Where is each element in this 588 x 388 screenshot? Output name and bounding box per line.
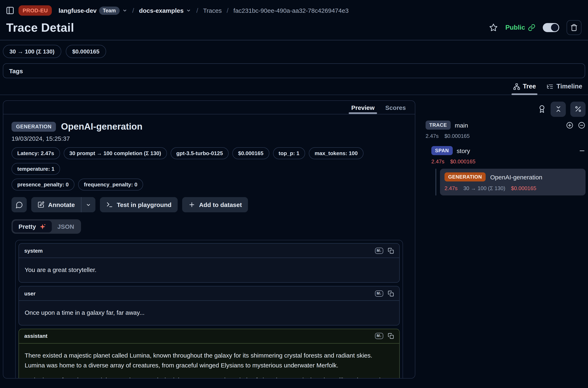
message-system: system M↓ You are a great storyteller. [19,243,400,283]
terminal-icon [106,201,113,208]
message-content: You are a great storyteller. [19,258,399,282]
fold-vertical-icon[interactable] [551,101,566,117]
tab-scores[interactable]: Scores [385,101,406,114]
public-link[interactable]: Public [505,24,535,31]
metadata-badge: Latency: 2.47s [12,147,60,159]
format-toggle: Pretty JSON [12,219,81,234]
environment-badge: PROD-EU [19,5,52,16]
award-icon[interactable] [538,105,546,113]
message-role: user [24,290,36,296]
breadcrumb-project[interactable]: docs-examples [139,7,191,14]
sidebar-panel-icon[interactable] [6,6,14,15]
percent-icon[interactable] [570,101,586,117]
chevron-down-icon[interactable] [186,8,191,13]
delete-trace-button[interactable] [567,20,581,35]
breadcrumb-trace-id: fac231bc-90ee-490a-aa32-78c4269474e3 [233,7,348,14]
tree-toolbar [426,101,586,117]
generation-tokens: 30 → 100 (Σ 130) [463,185,505,191]
trace-stats: 30 → 100 (Σ 130) $0.000165 [0,40,588,63]
markdown-toggle-icon[interactable]: M↓ [375,333,383,339]
trace-metrics: 2.47s $0.000165 [426,133,586,139]
assistant-paragraph: There existed a majestic planet called L… [25,351,393,370]
tree-node-generation-selected[interactable]: GENERATION OpenAI-generation 2.47s 30 → … [440,169,586,195]
edit-icon [37,201,45,208]
trace-badge: TRACE [426,121,451,130]
message-content: Once upon a time in a galaxy far, far aw… [19,301,399,325]
observation-title: OpenAI-generation [61,121,142,132]
annotate-button[interactable]: Annotate [31,197,81,213]
generation-latency: 2.47s [445,185,458,191]
token-usage-badge: 30 → 100 (Σ 130) [3,45,61,58]
tags-label: Tags [9,67,23,74]
add-to-dataset-button[interactable]: Add to dataset [182,197,248,213]
markdown-toggle-icon[interactable]: M↓ [375,290,383,296]
tab-preview[interactable]: Preview [351,101,374,114]
generation-cost: $0.000165 [511,185,536,191]
metadata-badge: top_p: 1 [273,147,305,159]
expand-all-icon[interactable] [566,121,574,129]
copy-icon[interactable] [388,290,394,296]
copy-icon[interactable] [388,333,394,339]
metadata-badge: frequency_penalty: 0 [78,179,143,191]
metadata-badge: 30 prompt → 100 completion (Σ 130) [64,147,167,159]
action-buttons: Annotate Test in playground Add to datas… [12,197,407,213]
annotate-dropdown-chevron[interactable] [81,197,95,213]
collapse-node-icon[interactable] [579,147,586,154]
generation-metrics: 2.47s 30 → 100 (Σ 130) $0.000165 [445,185,581,191]
plus-icon [188,201,195,208]
tags-box[interactable]: Tags [3,63,585,78]
message-content: There existed a majestic planet called L… [19,343,399,378]
trace-cost: $0.000165 [445,133,470,139]
markdown-toggle-icon[interactable]: M↓ [375,248,383,254]
breadcrumb-traces-link[interactable]: Traces [203,7,222,14]
metadata-badge: $0.000165 [232,147,269,159]
span-name: story [457,147,470,154]
message-user: user M↓ Once upon a time in a galaxy far… [19,286,400,325]
breadcrumb-separator: / [196,7,199,14]
span-badge: SPAN [431,146,452,155]
tab-timeline[interactable]: Timeline [547,83,582,95]
breadcrumb-org[interactable]: langfuse-dev Team [59,6,128,15]
test-in-playground-button[interactable]: Test in playground [100,197,178,213]
tab-tree[interactable]: Tree [513,83,536,95]
breadcrumb: PROD-EU langfuse-dev Team / docs-example… [0,0,588,19]
annotate-split-button: Annotate [31,197,95,213]
org-type-pill: Team [99,6,119,15]
timeline-icon [547,83,554,90]
span-metrics: 2.47s $0.000165 [431,158,586,165]
span-latency: 2.47s [431,158,445,165]
link-icon [528,24,535,31]
breadcrumb-separator: / [131,7,135,14]
span-cost: $0.000165 [450,158,475,165]
collapse-all-icon[interactable] [578,121,586,129]
metadata-badge: temperature: 1 [12,163,60,175]
tree-icon [513,83,520,90]
message-role: assistant [24,333,47,339]
metadata-badge: max_tokens: 100 [309,147,363,159]
star-icon[interactable] [489,23,498,32]
message-role: system [24,248,43,254]
tree-children: GENERATION OpenAI-generation 2.47s 30 → … [435,169,586,195]
metadata-badge: presence_penalty: 0 [12,179,74,191]
trace-name: main [455,121,468,129]
comment-button[interactable] [12,197,27,213]
messages-container: system M↓ You are a great storyteller. u… [15,240,403,378]
format-json-button[interactable]: JSON [52,221,80,233]
breadcrumb-separator: / [226,7,229,14]
chevron-down-icon[interactable] [122,8,127,13]
public-label: Public [505,24,525,31]
page-title: Trace Detail [6,21,74,34]
message-assistant: assistant M↓ There existed a majestic pl… [19,329,400,378]
page-header: Trace Detail Public [0,19,588,40]
assistant-paragraph: At the heart of Lumina stood the towerin… [25,375,393,378]
trace-tree-panel: TRACE main 2.47s $0.000165 SPAN story [426,100,586,195]
copy-icon[interactable] [388,248,394,254]
observation-badges-row2: presence_penalty: 0 frequency_penalty: 0 [12,179,407,191]
view-tabs: Tree Timeline [0,78,588,95]
format-pretty-button[interactable]: Pretty [13,221,52,233]
public-toggle[interactable] [543,23,559,32]
tree-node-span[interactable]: SPAN story 2.47s $0.000165 GENERATION [431,146,586,195]
tree-node-trace[interactable]: TRACE main [426,121,586,130]
trace-latency: 2.47s [426,133,439,139]
observation-type-badge: GENERATION [12,122,56,132]
